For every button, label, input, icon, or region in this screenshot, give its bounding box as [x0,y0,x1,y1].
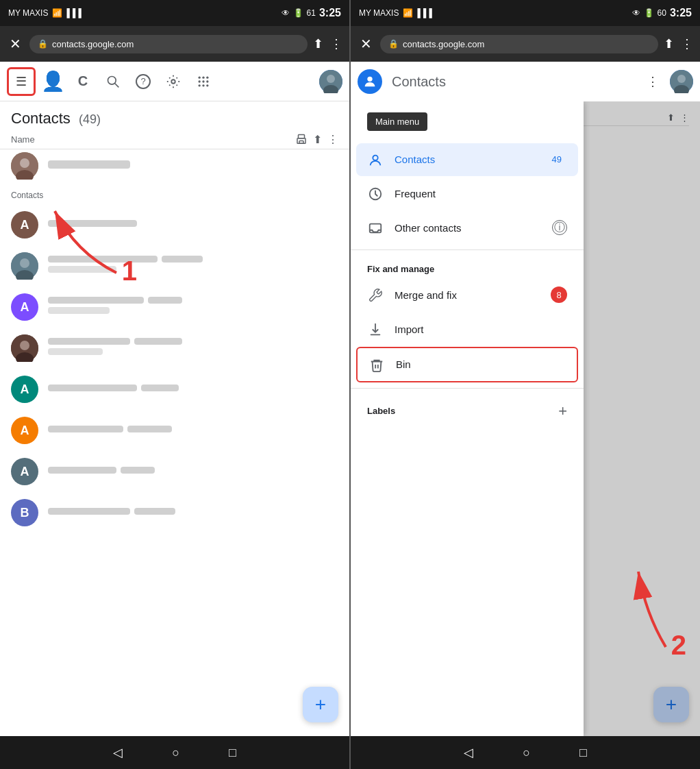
lock-icon: 🔒 [388,39,399,49]
left-status-left: MY MAXIS 📶 ▌▌▌ [8,8,84,18]
search-icon [106,75,120,88]
left-app-toolbar: ☰ 👤 C ? [0,62,349,101]
frequent-menu-icon [367,186,384,202]
back-button[interactable]: ◁ [460,741,477,764]
print-icon [295,134,308,146]
browser-actions: ⬆ ⋮ [664,36,693,51]
browser-close-button[interactable]: ✕ [7,33,24,55]
svg-point-4 [202,76,204,78]
refresh-button[interactable]: C [70,69,96,95]
more-vertical-icon: ⋮ [647,74,659,89]
browser-actions: ⬆ ⋮ [313,36,342,51]
more-options-button[interactable]: ⋮ [327,133,338,146]
navigation-menu-panel: Main menu Contacts 49 [351,101,584,736]
recents-button[interactable]: □ [575,742,591,764]
svg-point-19 [20,158,29,168]
print-button[interactable] [295,133,308,146]
left-bottom-nav: ◁ ○ □ [0,736,349,769]
contact-avatar: A [11,376,38,403]
contact-item[interactable]: B [0,492,349,533]
back-button[interactable]: ◁ [109,741,127,764]
grid-button[interactable] [190,69,216,95]
home-button[interactable]: ○ [518,742,534,764]
user-avatar[interactable] [319,70,342,93]
help-button[interactable]: ? [130,69,156,95]
menu-item-bin[interactable]: Bin [356,347,578,382]
battery-percent: 61 [307,8,316,18]
menu-item-other-contacts[interactable]: Other contacts ⓘ [356,211,578,244]
menu-divider-1 [351,249,584,250]
contact-name-blur2 [134,508,175,515]
browser-url-bar[interactable]: 🔒 contacts.google.com [29,35,308,53]
contacts-menu-label: Contacts [395,154,536,165]
contact-item[interactable] [0,328,349,369]
contact-name-row [48,297,338,304]
contact-name-blur2 [141,384,179,391]
contact-name-row [48,508,338,515]
contact-name-row [48,426,338,432]
add-contact-fab[interactable]: + [303,687,338,722]
right-app-toolbar: Contacts ⋮ [351,62,700,101]
carrier-text: MY MAXIS [8,8,48,18]
contact-name-blur2 [162,256,203,263]
contacts-avatar-icon: 👤 [40,69,66,95]
contact-info [48,220,338,230]
avatar-image [319,70,342,93]
svg-point-28 [367,77,372,82]
menu-item-frequent[interactable]: Frequent [356,178,578,210]
user-avatar[interactable] [670,70,693,93]
add-label-button[interactable]: + [558,402,567,420]
more-options-button[interactable]: ⋮ [640,69,666,95]
browser-close-button[interactable]: ✕ [358,33,375,55]
contact-item[interactable]: A [0,204,349,245]
other-contacts-menu-label: Other contacts [395,222,541,234]
menu-item-import[interactable]: Import [356,313,578,345]
svg-point-13 [327,75,335,83]
contact-item[interactable]: A [0,369,349,410]
battery-icon: 🔋 [644,8,654,18]
person-icon [362,74,377,89]
contact-item[interactable] [0,245,349,286]
contact-info [48,384,338,395]
main-menu-tooltip: Main menu [367,112,427,131]
contact-detail-blur [48,307,110,314]
svg-point-2 [171,80,175,84]
contact-name-blur [48,338,130,345]
other-contacts-info-icon[interactable]: ⓘ [552,220,567,235]
more-icon[interactable]: ⋮ [681,36,693,51]
battery-percent: 60 [658,8,666,18]
contact-info [48,508,338,518]
contact-item[interactable]: A [0,286,349,328]
settings-button[interactable] [160,69,186,95]
contact-avatar: A [11,458,38,485]
search-button[interactable] [100,69,126,95]
contact-name-blur [48,256,158,263]
contact-item[interactable]: A [0,451,349,492]
home-button[interactable]: ○ [168,742,184,764]
share-icon[interactable]: ⬆ [313,36,323,51]
inbox-icon [368,221,383,236]
contact-item[interactable]: A [0,410,349,451]
contacts-count-badge: 49 [547,153,567,166]
lock-icon: 🔒 [38,39,48,49]
recents-button[interactable]: □ [225,742,240,764]
contacts-menu-icon [367,151,384,168]
menu-divider-2 [351,388,584,389]
menu-item-contacts[interactable]: Contacts 49 [356,143,578,176]
wrench-icon [368,288,383,303]
browser-url-bar[interactable]: 🔒 contacts.google.com [380,35,658,53]
more-icon[interactable]: ⋮ [330,36,342,51]
contact-item[interactable] [0,149,349,186]
menu-button[interactable]: ☰ [7,67,36,96]
svg-point-3 [199,76,201,78]
time-display: 3:25 [670,7,692,19]
clock-icon [368,186,383,202]
share-icon[interactable]: ⬆ [664,36,674,51]
svg-line-1 [115,83,119,87]
contact-name-row [48,338,338,345]
export-button[interactable]: ⬆ [313,133,322,146]
svg-point-10 [202,84,204,86]
menu-item-merge-fix[interactable]: Merge and fix 8 [356,278,578,311]
tooltip-container: Main menu [351,101,584,142]
labels-row: Labels + [356,394,578,428]
